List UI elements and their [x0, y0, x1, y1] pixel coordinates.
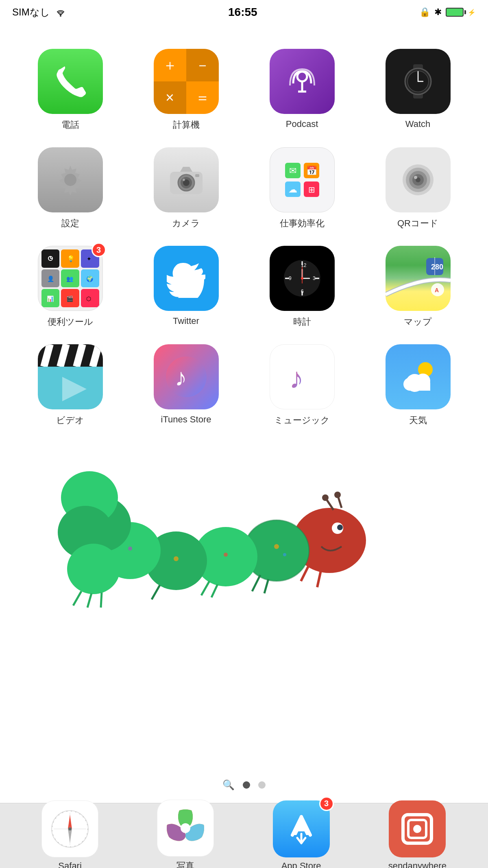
svg-point-109 [283, 553, 286, 556]
page-dot-active [243, 781, 250, 789]
clock-icon: 12 6 3 9 [270, 246, 335, 311]
svg-point-86 [322, 494, 329, 501]
app-twitter[interactable]: Twitter [128, 238, 244, 336]
sendanywhere-icon [389, 800, 446, 857]
svg-text:👥: 👥 [66, 275, 74, 282]
music-label: ミュージック [274, 414, 330, 426]
app-weather[interactable]: 天気 [360, 336, 476, 435]
caterpillar-image [0, 435, 488, 646]
svg-text:9: 9 [289, 275, 292, 281]
svg-text:✉: ✉ [289, 166, 296, 176]
maps-icon: 280 A [386, 246, 451, 311]
search-indicator[interactable]: 🔍 [222, 779, 235, 791]
svg-text:🎬: 🎬 [66, 295, 74, 302]
svg-point-83 [337, 525, 343, 530]
app-settings[interactable]: 設定 [12, 139, 128, 238]
photos-icon [157, 800, 214, 857]
phone-icon [38, 49, 103, 114]
music-icon: ♪ [270, 344, 335, 409]
svg-text:👤: 👤 [47, 275, 54, 282]
svg-line-95 [201, 581, 209, 595]
svg-line-96 [211, 584, 218, 597]
svg-text:⊞: ⊞ [308, 185, 315, 194]
app-camera[interactable]: カメラ [128, 139, 244, 238]
app-music[interactable]: ♪ ミュージック [244, 336, 360, 435]
podcast-icon [270, 49, 335, 114]
dock-safari[interactable]: Safari [41, 800, 98, 868]
app-qr[interactable]: QRコード [360, 139, 476, 238]
dock-appstore[interactable]: 3 App Store [273, 800, 330, 868]
svg-text:⬡: ⬡ [86, 295, 91, 302]
svg-marker-14 [180, 167, 192, 172]
folder-label: 便利ツール [48, 316, 93, 328]
app-grid: 電話 ＋ － × ＝ 計算機 [0, 24, 488, 435]
app-calculator[interactable]: ＋ － × ＝ 計算機 [128, 41, 244, 139]
folder-icon: 💡 ✦ 👤 👥 🌍 [38, 246, 103, 311]
svg-point-128 [181, 823, 190, 833]
photos-label: 写真 [176, 860, 194, 868]
appstore-badge: 3 [319, 796, 334, 811]
svg-point-18 [183, 179, 185, 181]
dock: Safari [0, 803, 488, 868]
weather-icon [386, 344, 451, 409]
svg-point-134 [413, 825, 421, 833]
svg-line-98 [152, 585, 160, 599]
app-folder[interactable]: 💡 ✦ 👤 👥 🌍 [12, 238, 128, 336]
sendanywhere-label: sendanywhere [388, 861, 447, 868]
svg-text:💡: 💡 [67, 255, 74, 262]
svg-text:✦: ✦ [87, 256, 92, 262]
watch-label: Watch [405, 119, 431, 129]
svg-point-108 [274, 544, 279, 549]
itunes-label: iTunes Store [161, 414, 211, 425]
app-podcast[interactable]: Podcast [244, 41, 360, 139]
svg-line-105 [73, 591, 81, 606]
status-right: 🔒 ✱ ⚡ [419, 7, 476, 17]
clock-label: 時計 [293, 316, 311, 328]
qr-icon [386, 147, 451, 212]
page-indicators: 🔍 [0, 779, 488, 791]
svg-text:A: A [435, 287, 439, 293]
itunes-icon: ♪ [154, 344, 219, 409]
safari-icon [41, 800, 98, 857]
svg-point-111 [174, 556, 179, 561]
camera-label: カメラ [172, 217, 200, 230]
svg-text:☁: ☁ [288, 184, 297, 195]
svg-line-92 [252, 575, 260, 591]
svg-line-93 [264, 579, 268, 593]
dock-photos[interactable]: 写真 [157, 800, 214, 868]
svg-text:12: 12 [301, 262, 307, 268]
weather-label: 天気 [409, 414, 427, 426]
podcast-label: Podcast [286, 119, 318, 129]
svg-point-60 [301, 277, 303, 280]
work-icon: ✉ 📅 ☁ ⊞ [270, 147, 335, 212]
app-work[interactable]: ✉ 📅 ☁ ⊞ 仕事効率化 [244, 139, 360, 238]
wifi-icon [55, 8, 66, 17]
app-video[interactable]: ビデオ [12, 336, 128, 435]
appstore-label: App Store [281, 861, 321, 868]
svg-rect-19 [195, 174, 199, 177]
svg-rect-61 [386, 246, 451, 311]
phone-label: 電話 [61, 119, 79, 131]
svg-point-12 [64, 174, 76, 186]
app-watch[interactable]: Watch [360, 41, 476, 139]
safari-label: Safari [58, 861, 81, 868]
settings-icon [38, 147, 103, 212]
video-icon [38, 344, 103, 409]
svg-point-0 [60, 15, 61, 17]
svg-text:280: 280 [431, 263, 443, 271]
qr-label: QRコード [397, 217, 438, 230]
home-screen: 電話 ＋ － × ＝ 計算機 [0, 24, 488, 803]
svg-text:📊: 📊 [47, 295, 54, 302]
svg-text:♪: ♪ [289, 362, 304, 394]
app-itunes[interactable]: ♪ iTunes Store [128, 336, 244, 435]
battery-icon [446, 8, 464, 17]
dock-sendanywhere[interactable]: sendanywhere [388, 800, 447, 868]
maps-label: マップ [404, 316, 432, 328]
svg-text:3: 3 [313, 275, 316, 281]
app-maps[interactable]: 280 A マップ [360, 238, 476, 336]
work-label: 仕事効率化 [280, 217, 325, 230]
app-phone[interactable]: 電話 [12, 41, 128, 139]
svg-rect-80 [409, 383, 430, 391]
status-bar: SIMなし 16:55 🔒 ✱ ⚡ [0, 0, 488, 24]
app-clock[interactable]: 12 6 3 9 時計 [244, 238, 360, 336]
